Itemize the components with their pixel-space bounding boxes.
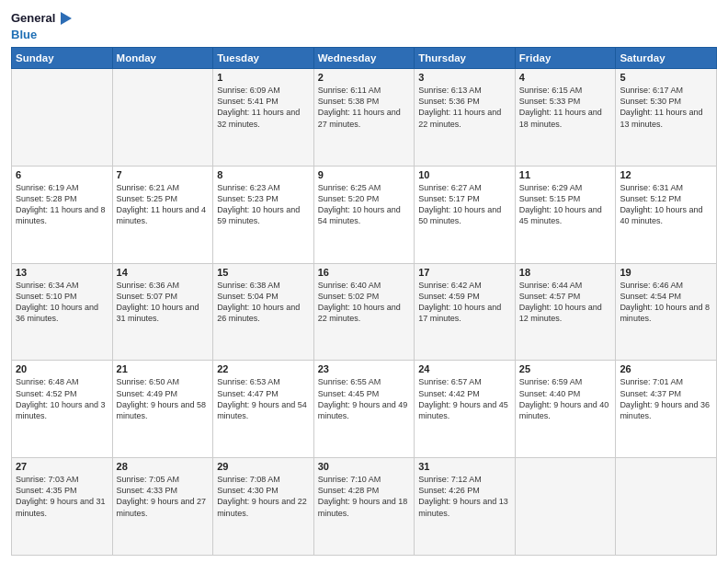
logo-arrow-icon <box>61 12 72 25</box>
calendar-cell: 1Sunrise: 6:09 AM Sunset: 5:41 PM Daylig… <box>213 69 314 167</box>
calendar-week-row: 6Sunrise: 6:19 AM Sunset: 5:28 PM Daylig… <box>12 166 717 263</box>
calendar-cell: 5Sunrise: 6:17 AM Sunset: 5:30 PM Daylig… <box>616 69 717 167</box>
calendar-cell: 16Sunrise: 6:40 AM Sunset: 5:02 PM Dayli… <box>313 263 415 361</box>
calendar-cell: 24Sunrise: 6:57 AM Sunset: 4:42 PM Dayli… <box>415 361 516 458</box>
cell-info: Sunrise: 6:50 AM Sunset: 4:49 PM Dayligh… <box>117 376 210 421</box>
cell-info: Sunrise: 6:13 AM Sunset: 5:36 PM Dayligh… <box>418 85 511 130</box>
day-number: 21 <box>117 363 210 374</box>
day-number: 24 <box>418 363 511 374</box>
cell-info: Sunrise: 7:05 AM Sunset: 4:33 PM Dayligh… <box>117 474 210 519</box>
cell-info: Sunrise: 6:59 AM Sunset: 4:40 PM Dayligh… <box>519 376 612 421</box>
cell-info: Sunrise: 6:11 AM Sunset: 5:38 PM Dayligh… <box>318 85 411 130</box>
day-number: 27 <box>16 461 108 472</box>
day-number: 10 <box>418 169 511 180</box>
calendar-cell: 21Sunrise: 6:50 AM Sunset: 4:49 PM Dayli… <box>112 361 213 458</box>
calendar-cell: 11Sunrise: 6:29 AM Sunset: 5:15 PM Dayli… <box>515 166 616 263</box>
day-of-week-wednesday: Wednesday <box>313 48 415 69</box>
day-number: 8 <box>217 169 310 180</box>
cell-info: Sunrise: 6:21 AM Sunset: 5:25 PM Dayligh… <box>117 182 210 227</box>
day-number: 5 <box>620 72 712 83</box>
day-number: 12 <box>620 169 712 180</box>
day-of-week-saturday: Saturday <box>616 48 717 69</box>
day-number: 20 <box>16 363 108 374</box>
day-number: 26 <box>620 363 712 374</box>
cell-info: Sunrise: 6:55 AM Sunset: 4:45 PM Dayligh… <box>318 376 411 421</box>
day-number: 23 <box>318 363 411 374</box>
day-number: 7 <box>117 169 210 180</box>
calendar-cell: 18Sunrise: 6:44 AM Sunset: 4:57 PM Dayli… <box>515 263 616 361</box>
cell-info: Sunrise: 6:09 AM Sunset: 5:41 PM Dayligh… <box>217 85 310 130</box>
calendar-cell: 8Sunrise: 6:23 AM Sunset: 5:23 PM Daylig… <box>213 166 314 263</box>
cell-info: Sunrise: 6:48 AM Sunset: 4:52 PM Dayligh… <box>16 376 108 421</box>
calendar-header-row: SundayMondayTuesdayWednesdayThursdayFrid… <box>12 48 717 69</box>
cell-info: Sunrise: 6:42 AM Sunset: 4:59 PM Dayligh… <box>418 280 511 325</box>
calendar-cell: 15Sunrise: 6:38 AM Sunset: 5:04 PM Dayli… <box>213 263 314 361</box>
cell-info: Sunrise: 7:12 AM Sunset: 4:26 PM Dayligh… <box>418 474 511 519</box>
calendar-cell: 31Sunrise: 7:12 AM Sunset: 4:26 PM Dayli… <box>415 458 516 556</box>
calendar-cell: 6Sunrise: 6:19 AM Sunset: 5:28 PM Daylig… <box>12 166 113 263</box>
cell-info: Sunrise: 7:08 AM Sunset: 4:30 PM Dayligh… <box>217 474 310 519</box>
calendar-cell: 9Sunrise: 6:25 AM Sunset: 5:20 PM Daylig… <box>313 166 415 263</box>
calendar-cell: 14Sunrise: 6:36 AM Sunset: 5:07 PM Dayli… <box>112 263 213 361</box>
cell-info: Sunrise: 6:29 AM Sunset: 5:15 PM Dayligh… <box>519 182 612 227</box>
calendar-week-row: 27Sunrise: 7:03 AM Sunset: 4:35 PM Dayli… <box>12 458 717 556</box>
day-number: 15 <box>217 267 310 278</box>
day-number: 25 <box>519 363 612 374</box>
logo-general: General <box>11 11 55 25</box>
cell-info: Sunrise: 6:34 AM Sunset: 5:10 PM Dayligh… <box>16 280 108 325</box>
day-number: 28 <box>117 461 210 472</box>
day-number: 17 <box>418 267 511 278</box>
day-of-week-sunday: Sunday <box>12 48 113 69</box>
calendar-cell: 19Sunrise: 6:46 AM Sunset: 4:54 PM Dayli… <box>616 263 717 361</box>
cell-info: Sunrise: 7:03 AM Sunset: 4:35 PM Dayligh… <box>16 474 108 519</box>
calendar-cell: 10Sunrise: 6:27 AM Sunset: 5:17 PM Dayli… <box>415 166 516 263</box>
calendar-cell: 27Sunrise: 7:03 AM Sunset: 4:35 PM Dayli… <box>12 458 113 556</box>
calendar-cell: 17Sunrise: 6:42 AM Sunset: 4:59 PM Dayli… <box>415 263 516 361</box>
logo: General Blue <box>11 9 72 41</box>
day-number: 2 <box>318 72 411 83</box>
cell-info: Sunrise: 6:40 AM Sunset: 5:02 PM Dayligh… <box>318 280 411 325</box>
day-number: 18 <box>519 267 612 278</box>
calendar-cell: 23Sunrise: 6:55 AM Sunset: 4:45 PM Dayli… <box>313 361 415 458</box>
cell-info: Sunrise: 6:23 AM Sunset: 5:23 PM Dayligh… <box>217 182 310 227</box>
calendar-table: SundayMondayTuesdayWednesdayThursdayFrid… <box>11 47 717 556</box>
cell-info: Sunrise: 6:25 AM Sunset: 5:20 PM Dayligh… <box>318 182 411 227</box>
calendar-week-row: 20Sunrise: 6:48 AM Sunset: 4:52 PM Dayli… <box>12 361 717 458</box>
calendar-cell: 7Sunrise: 6:21 AM Sunset: 5:25 PM Daylig… <box>112 166 213 263</box>
cell-info: Sunrise: 6:53 AM Sunset: 4:47 PM Dayligh… <box>217 376 310 421</box>
calendar-cell: 22Sunrise: 6:53 AM Sunset: 4:47 PM Dayli… <box>213 361 314 458</box>
cell-info: Sunrise: 6:46 AM Sunset: 4:54 PM Dayligh… <box>620 280 712 325</box>
calendar-cell: 20Sunrise: 6:48 AM Sunset: 4:52 PM Dayli… <box>12 361 113 458</box>
cell-info: Sunrise: 6:38 AM Sunset: 5:04 PM Dayligh… <box>217 280 310 325</box>
calendar-cell: 28Sunrise: 7:05 AM Sunset: 4:33 PM Dayli… <box>112 458 213 556</box>
cell-info: Sunrise: 6:19 AM Sunset: 5:28 PM Dayligh… <box>16 182 108 227</box>
cell-info: Sunrise: 6:44 AM Sunset: 4:57 PM Dayligh… <box>519 280 612 325</box>
day-number: 6 <box>16 169 108 180</box>
calendar-cell: 2Sunrise: 6:11 AM Sunset: 5:38 PM Daylig… <box>313 69 415 167</box>
calendar-cell: 30Sunrise: 7:10 AM Sunset: 4:28 PM Dayli… <box>313 458 415 556</box>
calendar-cell: 29Sunrise: 7:08 AM Sunset: 4:30 PM Dayli… <box>213 458 314 556</box>
day-number: 11 <box>519 169 612 180</box>
day-number: 3 <box>418 72 511 83</box>
logo-blue: Blue <box>11 28 37 41</box>
cell-info: Sunrise: 6:27 AM Sunset: 5:17 PM Dayligh… <box>418 182 511 227</box>
day-number: 1 <box>217 72 310 83</box>
calendar-cell <box>12 69 113 167</box>
cell-info: Sunrise: 6:36 AM Sunset: 5:07 PM Dayligh… <box>117 280 210 325</box>
logo-text-block: General Blue <box>11 9 72 41</box>
svg-marker-0 <box>61 12 72 25</box>
calendar-cell: 4Sunrise: 6:15 AM Sunset: 5:33 PM Daylig… <box>515 69 616 167</box>
day-number: 16 <box>318 267 411 278</box>
cell-info: Sunrise: 6:17 AM Sunset: 5:30 PM Dayligh… <box>620 85 712 130</box>
calendar-week-row: 13Sunrise: 6:34 AM Sunset: 5:10 PM Dayli… <box>12 263 717 361</box>
cell-info: Sunrise: 6:57 AM Sunset: 4:42 PM Dayligh… <box>418 376 511 421</box>
calendar-cell: 13Sunrise: 6:34 AM Sunset: 5:10 PM Dayli… <box>12 263 113 361</box>
day-of-week-friday: Friday <box>515 48 616 69</box>
calendar-cell <box>515 458 616 556</box>
day-of-week-monday: Monday <box>112 48 213 69</box>
calendar-cell: 12Sunrise: 6:31 AM Sunset: 5:12 PM Dayli… <box>616 166 717 263</box>
day-of-week-thursday: Thursday <box>415 48 516 69</box>
day-number: 31 <box>418 461 511 472</box>
day-of-week-tuesday: Tuesday <box>213 48 314 69</box>
cell-info: Sunrise: 7:01 AM Sunset: 4:37 PM Dayligh… <box>620 376 712 421</box>
